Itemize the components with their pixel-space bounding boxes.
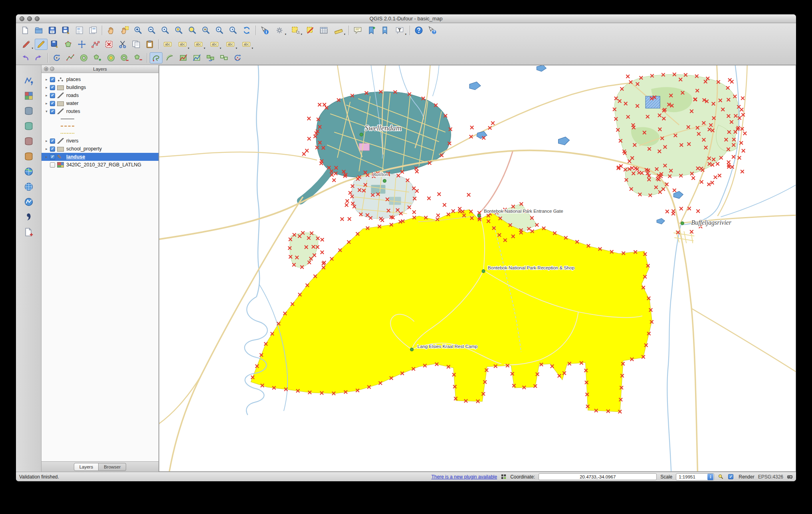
- plugin-update-link[interactable]: There is a new plugin available: [431, 474, 497, 480]
- layer-visibility-checkbox[interactable]: [50, 77, 55, 82]
- label-rotate-dropdown-arrow[interactable]: ▾: [236, 47, 237, 49]
- layer-label[interactable]: roads: [66, 93, 79, 98]
- offset-curve-button[interactable]: [163, 52, 176, 63]
- layer-visibility-checkbox[interactable]: [50, 154, 55, 160]
- scale-stepper-icon[interactable]: ▲▼: [707, 474, 713, 480]
- layer-label[interactable]: landuse: [66, 154, 85, 160]
- text-annotation-dropdown-arrow[interactable]: ▾: [405, 33, 406, 36]
- select-features-button[interactable]: ▾: [288, 25, 303, 36]
- layer-labeling-options-button[interactable]: [161, 39, 174, 50]
- layer-label[interactable]: 3420C_2010_327_RGB_LATLNG: [66, 162, 141, 168]
- save-project-button[interactable]: [46, 25, 59, 36]
- plugin-icon[interactable]: [501, 474, 507, 480]
- zoom-next-button[interactable]: [227, 25, 240, 36]
- split-features-button[interactable]: [177, 52, 190, 63]
- add-mssql-layer-button[interactable]: [22, 135, 36, 147]
- redo-button[interactable]: [32, 52, 45, 63]
- label-show-hide-dropdown-arrow[interactable]: ▾: [204, 47, 205, 49]
- expand-arrow[interactable]: ▸: [44, 139, 49, 143]
- layer-row-buildings[interactable]: ▸buildings: [42, 83, 158, 91]
- expand-arrow[interactable]: ▸: [44, 155, 49, 159]
- window-minimize-button[interactable]: [27, 16, 32, 21]
- coordinate-input[interactable]: [539, 473, 657, 480]
- magnifier-icon[interactable]: [718, 474, 724, 480]
- label-properties-button[interactable]: ▾: [239, 39, 254, 50]
- label-move-dropdown-arrow[interactable]: ▾: [220, 47, 221, 49]
- add-delimited-text-layer-button[interactable]: [22, 211, 36, 223]
- label-properties-dropdown-arrow[interactable]: ▾: [252, 47, 253, 49]
- layer-row-routes[interactable]: ▾routes: [42, 107, 158, 115]
- run-feature-action-button[interactable]: ▾: [272, 25, 287, 36]
- layer-visibility-checkbox[interactable]: [50, 162, 55, 168]
- map-tips-button[interactable]: [351, 25, 364, 36]
- zoom-to-layer-button[interactable]: [200, 25, 212, 36]
- expand-arrow[interactable]: ▸: [44, 93, 49, 97]
- new-bookmark-button[interactable]: [365, 25, 378, 36]
- zoom-in-button[interactable]: [132, 25, 145, 36]
- open-attribute-table-button[interactable]: [317, 25, 330, 36]
- merge-features-button[interactable]: [204, 52, 217, 63]
- delete-selected-button[interactable]: [103, 39, 115, 50]
- add-wcs-layer-button[interactable]: [22, 181, 36, 193]
- composer-manager-button[interactable]: [87, 25, 99, 36]
- save-project-as-button[interactable]: [59, 25, 72, 36]
- whats-this-button[interactable]: [426, 25, 439, 36]
- crs-status-icon[interactable]: [787, 474, 793, 480]
- layer-visibility-checkbox[interactable]: [50, 85, 55, 90]
- layer-visibility-checkbox[interactable]: [50, 109, 55, 114]
- copy-features-button[interactable]: [130, 39, 143, 50]
- reshape-features-button[interactable]: [150, 52, 162, 63]
- add-vector-layer-button[interactable]: [22, 75, 36, 87]
- layer-row-places[interactable]: ▸places: [42, 75, 158, 83]
- add-oracle-layer-button[interactable]: [22, 150, 36, 162]
- label-pin-dropdown-arrow[interactable]: ▾: [188, 47, 189, 49]
- rotate-feature-button[interactable]: [50, 52, 63, 63]
- layer-row-rivers[interactable]: ▸rivers: [42, 137, 158, 145]
- layer-row-water[interactable]: ▸water: [42, 99, 158, 107]
- split-parts-button[interactable]: [190, 52, 203, 63]
- help-contents-button[interactable]: [412, 25, 425, 36]
- tab-browser[interactable]: Browser: [99, 463, 126, 471]
- label-show-hide-button[interactable]: ▾: [191, 39, 206, 50]
- zoom-out-button[interactable]: [145, 25, 158, 36]
- pan-to-selection-button[interactable]: [118, 25, 131, 36]
- rotate-point-symbols-button[interactable]: [231, 52, 244, 63]
- layer-label[interactable]: school_property: [66, 146, 102, 152]
- toggle-editing-button[interactable]: [35, 39, 48, 50]
- paste-features-button[interactable]: [143, 39, 156, 50]
- expand-arrow[interactable]: ▸: [44, 101, 49, 105]
- expand-arrow[interactable]: ▸: [44, 85, 49, 89]
- add-wfs-layer-button[interactable]: [22, 196, 36, 208]
- map-canvas[interactable]: Swellendam Railton Bontebok National Par…: [159, 65, 796, 472]
- pan-map-button[interactable]: [105, 25, 117, 36]
- add-postgis-layer-button[interactable]: [22, 105, 36, 117]
- open-project-button[interactable]: [32, 25, 45, 36]
- layer-row-3420c-2010-327-rgb-latlng[interactable]: 3420C_2010_327_RGB_LATLNG: [42, 161, 158, 169]
- refresh-map-button[interactable]: [240, 25, 253, 36]
- deselect-all-button[interactable]: [304, 25, 317, 36]
- expand-arrow[interactable]: ▾: [44, 109, 49, 113]
- simplify-feature-button[interactable]: [64, 52, 77, 63]
- select-features-dropdown-arrow[interactable]: ▾: [301, 33, 302, 36]
- node-tool-button[interactable]: [89, 39, 102, 50]
- zoom-full-button[interactable]: [172, 25, 185, 36]
- delete-ring-button[interactable]: [118, 52, 131, 63]
- layer-label[interactable]: rivers: [66, 138, 79, 144]
- identify-features-button[interactable]: [258, 25, 271, 36]
- window-close-button[interactable]: [20, 16, 24, 21]
- render-checkbox[interactable]: [728, 474, 733, 479]
- new-shapefile-layer-button[interactable]: [22, 226, 36, 238]
- layer-visibility-checkbox[interactable]: [50, 138, 55, 144]
- layer-row-roads[interactable]: ▸roads: [42, 91, 158, 99]
- measure-line-dropdown-arrow[interactable]: ▾: [344, 33, 345, 36]
- panel-float-button[interactable]: [50, 67, 54, 71]
- layer-label[interactable]: routes: [66, 109, 80, 114]
- zoom-to-selection-button[interactable]: [186, 25, 199, 36]
- new-project-button[interactable]: [19, 25, 32, 36]
- measure-line-button[interactable]: ▾: [331, 25, 346, 36]
- layer-label[interactable]: buildings: [66, 85, 86, 90]
- save-layer-edits-button[interactable]: [48, 39, 61, 50]
- layer-label[interactable]: places: [66, 77, 81, 82]
- tab-layers[interactable]: Layers: [74, 463, 99, 471]
- add-raster-layer-button[interactable]: [22, 90, 36, 102]
